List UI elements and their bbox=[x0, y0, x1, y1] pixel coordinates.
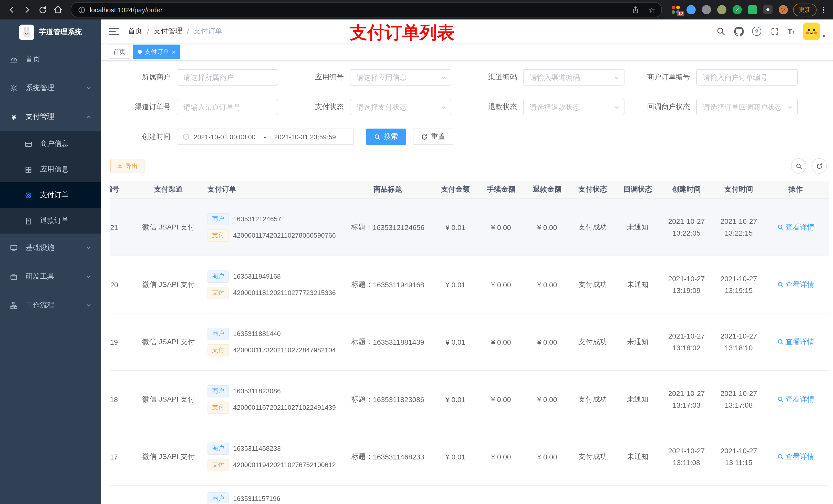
export-button[interactable]: 导出 bbox=[110, 159, 144, 173]
pay-amount: ¥ 0.01 bbox=[433, 338, 478, 346]
pay-time: 2021-10-2713:18:10 bbox=[713, 330, 765, 354]
extension-green-square-icon[interactable] bbox=[748, 5, 757, 14]
toggle-search-icon[interactable] bbox=[791, 158, 806, 174]
view-detail-link[interactable]: 查看详情 bbox=[777, 222, 814, 232]
merchant-order-no-filter-input[interactable] bbox=[696, 69, 798, 86]
fee-amount: ¥ 0.00 bbox=[478, 281, 524, 289]
sidebar-item-app-info[interactable]: 应用信息 bbox=[0, 157, 101, 182]
view-detail-link[interactable]: 查看详情 bbox=[777, 394, 814, 404]
back-icon[interactable] bbox=[5, 3, 19, 16]
extension-olive-icon[interactable] bbox=[717, 5, 727, 14]
sidebar-item-refund-order[interactable]: 退款订单 bbox=[0, 208, 101, 234]
extension-colorful-icon[interactable]: 10 bbox=[671, 5, 680, 14]
view-detail-link[interactable]: 查看详情 bbox=[777, 280, 814, 289]
pay-order-cell: 商户 1635311823086 支付 42000011672021102710… bbox=[205, 385, 343, 414]
create-time-filter-label: 创建时间 bbox=[110, 132, 177, 141]
app-title: 芋道管理系统 bbox=[39, 28, 82, 37]
merchant-filter-input[interactable] bbox=[177, 69, 278, 86]
search-icon[interactable] bbox=[716, 26, 726, 37]
pay-order-no: 4200001181202110277723215336 bbox=[233, 289, 336, 296]
sidebar-item-home[interactable]: 首页 bbox=[0, 45, 101, 74]
refund-amount: ¥ 0.00 bbox=[524, 338, 570, 346]
sidebar-item-pay-order[interactable]: 支付订单 bbox=[0, 182, 101, 208]
merchant-order-no: 1635311949168 bbox=[233, 272, 281, 280]
browser-update-button[interactable]: 更新 bbox=[793, 3, 817, 16]
order-id: 120 bbox=[110, 281, 133, 289]
view-detail-link[interactable]: 查看详情 bbox=[777, 337, 814, 346]
page-title-annotation: 支付订单列表 bbox=[350, 21, 454, 45]
pay-status: 支付成功 bbox=[570, 280, 615, 289]
callback-status: 未通知 bbox=[615, 337, 660, 346]
pay-amount: ¥ 0.01 bbox=[433, 223, 478, 231]
close-icon[interactable]: × bbox=[172, 48, 175, 55]
app-logo[interactable]: 芋道管理系统 bbox=[0, 20, 101, 45]
breadcrumb-home[interactable]: 首页 bbox=[128, 27, 142, 36]
pay-order-no: 4200001174202110278060590766 bbox=[233, 232, 336, 239]
refund-amount: ¥ 0.00 bbox=[524, 395, 570, 403]
hamburger-icon[interactable] bbox=[109, 26, 120, 37]
pay-amount: ¥ 0.01 bbox=[433, 453, 478, 461]
extension-blue-icon[interactable] bbox=[687, 5, 696, 14]
pay-order-no: 4200001194202110276752100612 bbox=[233, 461, 336, 469]
extension-face-icon[interactable]: ツ bbox=[779, 5, 788, 14]
channel-order-no-filter-input[interactable] bbox=[177, 99, 278, 115]
sidebar-item-system[interactable]: 系统管理 bbox=[0, 74, 101, 102]
extension-gray-icon[interactable] bbox=[702, 5, 711, 14]
forward-icon[interactable] bbox=[21, 3, 34, 16]
pay-status: 支付成功 bbox=[570, 337, 615, 346]
sidebar-item-payment[interactable]: ¥ 支付管理 bbox=[0, 102, 101, 131]
search-button[interactable]: 搜索 bbox=[366, 128, 406, 145]
view-detail-link[interactable]: 查看详情 bbox=[777, 452, 814, 461]
merchant-order-no: 1635312124657 bbox=[233, 215, 281, 223]
refresh-icon[interactable] bbox=[811, 158, 827, 174]
extension-pin-icon[interactable] bbox=[763, 5, 772, 14]
extension-green-check-icon[interactable]: ✓ bbox=[733, 5, 742, 14]
help-icon[interactable]: ? bbox=[752, 26, 762, 37]
sidebar-item-merchant-info[interactable]: 商户信息 bbox=[0, 131, 101, 157]
pay-tag: 支付 bbox=[208, 459, 229, 471]
order-id: 117 bbox=[110, 453, 133, 461]
home-icon[interactable] bbox=[51, 3, 65, 16]
site-info-icon[interactable] bbox=[77, 3, 86, 16]
browser-menu-icon[interactable] bbox=[819, 6, 828, 13]
reset-button[interactable]: 重置 bbox=[413, 128, 453, 145]
caret-down-icon: ▾ bbox=[823, 33, 825, 40]
breadcrumb-current: 支付订单 bbox=[194, 27, 222, 36]
share-icon[interactable] bbox=[629, 3, 642, 16]
merchant-order-no: 1635311468233 bbox=[233, 445, 281, 452]
app-filter-select[interactable] bbox=[350, 69, 451, 86]
address-bar[interactable]: localhost:1024/pay/order ☆ bbox=[71, 2, 662, 18]
tab-pay-order[interactable]: 支付订单 × bbox=[133, 45, 180, 59]
tab-home[interactable]: 首页 bbox=[109, 45, 130, 59]
create-time-range-picker[interactable]: 2021-10-01 00:00:00 - 2021-10-31 23:59:5… bbox=[177, 128, 354, 145]
channel-code-filter-select[interactable] bbox=[523, 69, 624, 86]
gear-icon bbox=[9, 83, 19, 93]
avatar[interactable] bbox=[803, 23, 820, 40]
table-row-partial: 商户 1635311157196 bbox=[110, 485, 829, 503]
pay-time: 2021-10-2713:22:15 bbox=[713, 216, 765, 239]
document-icon bbox=[24, 216, 33, 225]
github-icon[interactable] bbox=[734, 26, 744, 37]
callback-status-filter-select[interactable] bbox=[696, 99, 798, 115]
workflow-icon bbox=[9, 301, 19, 310]
font-size-icon[interactable]: TT bbox=[787, 27, 795, 35]
reload-icon[interactable] bbox=[36, 3, 49, 16]
pay-status-filter-select[interactable] bbox=[350, 99, 451, 115]
fullscreen-icon[interactable] bbox=[769, 26, 780, 37]
pay-channel: 微信 JSAPI 支付 bbox=[133, 337, 205, 346]
sidebar-item-infra[interactable]: 基础设施 bbox=[0, 234, 101, 262]
chevron-down-icon bbox=[86, 245, 92, 251]
pay-order-cell: 商户 1635312124657 支付 42000011742021102780… bbox=[205, 213, 343, 241]
product-title: 标题：1635311949168 bbox=[343, 280, 433, 289]
bookmark-star-icon[interactable]: ☆ bbox=[648, 6, 655, 14]
yen-icon: ¥ bbox=[9, 112, 19, 121]
payment-submenu: 商户信息 应用信息 支付订单 退款订单 bbox=[0, 131, 101, 234]
user-menu[interactable]: ▾ bbox=[803, 23, 825, 40]
fee-amount: ¥ 0.00 bbox=[478, 223, 524, 231]
table-row: 121 微信 JSAPI 支付 商户 1635312124657 bbox=[110, 199, 829, 256]
refund-status-filter-select[interactable] bbox=[523, 99, 624, 115]
grid-icon bbox=[24, 165, 33, 174]
merchant-tag: 商户 bbox=[208, 328, 229, 340]
sidebar-item-workflow[interactable]: 工作流程 bbox=[0, 291, 101, 320]
sidebar-item-dev-tools[interactable]: 研发工具 bbox=[0, 262, 101, 291]
